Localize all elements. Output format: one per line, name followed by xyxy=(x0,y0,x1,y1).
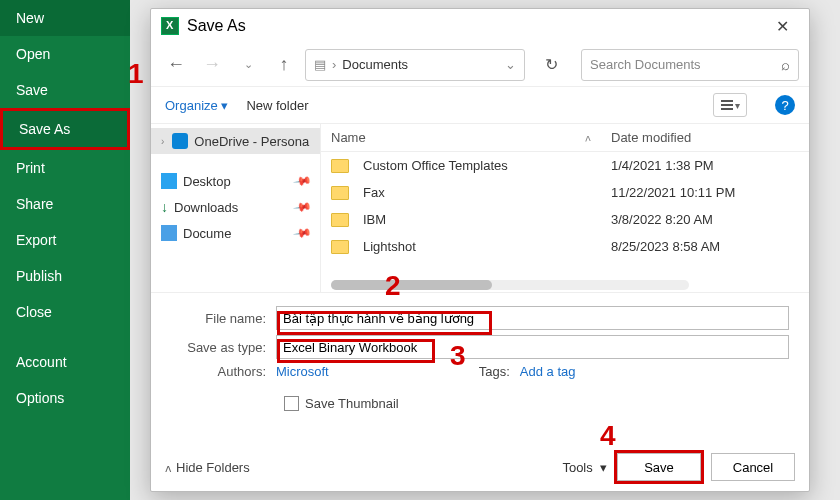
chevron-up-icon: ʌ xyxy=(165,462,172,474)
folder-tree: › OneDrive - Persona Desktop 📌 ↓ Downloa… xyxy=(151,124,321,292)
path-root-icon: ▤ xyxy=(314,57,326,72)
list-item[interactable]: Custom Office Templates 1/4/2021 1:38 PM xyxy=(321,152,809,179)
back-button[interactable]: ← xyxy=(161,50,191,80)
file-list: Name ʌ Date modified Custom Office Templ… xyxy=(321,124,809,292)
menu-print[interactable]: Print xyxy=(0,150,130,186)
save-thumbnail-checkbox[interactable] xyxy=(284,396,299,411)
new-folder-button[interactable]: New folder xyxy=(246,98,308,113)
documents-icon xyxy=(161,225,177,241)
col-date-header[interactable]: Date modified xyxy=(611,130,799,145)
menu-publish[interactable]: Publish xyxy=(0,258,130,294)
search-icon: ⌕ xyxy=(781,56,790,73)
dialog-title: Save As xyxy=(187,17,246,35)
forward-button[interactable]: → xyxy=(197,50,227,80)
tree-label: Desktop xyxy=(183,174,231,189)
chevron-down-icon: ▾ xyxy=(735,100,740,111)
menu-save[interactable]: Save xyxy=(0,72,130,108)
menu-open[interactable]: Open xyxy=(0,36,130,72)
folder-icon xyxy=(331,159,349,173)
col-name-header[interactable]: Name ʌ xyxy=(331,130,611,145)
save-type-row: Save as type: xyxy=(171,335,789,359)
save-type-select[interactable] xyxy=(276,335,789,359)
tree-desktop[interactable]: Desktop 📌 xyxy=(151,168,320,194)
address-bar[interactable]: ▤ › Documents ⌄ xyxy=(305,49,525,81)
desktop-icon xyxy=(161,173,177,189)
tools-dropdown[interactable]: Tools ▾ xyxy=(562,460,607,475)
tree-downloads[interactable]: ↓ Downloads 📌 xyxy=(151,194,320,220)
menu-options[interactable]: Options xyxy=(0,380,130,416)
save-thumbnail-label: Save Thumbnail xyxy=(305,396,399,411)
hide-folders-button[interactable]: ʌHide Folders xyxy=(165,460,250,475)
tree-label: Downloads xyxy=(174,200,238,215)
authors-label: Authors: xyxy=(171,364,276,379)
save-type-label: Save as type: xyxy=(171,340,276,355)
tags-label: Tags: xyxy=(479,364,510,379)
file-name-row: File name: xyxy=(171,306,789,330)
breadcrumb-sep-icon: › xyxy=(332,57,336,72)
list-item[interactable]: IBM 3/8/2022 8:20 AM xyxy=(321,206,809,233)
menu-share[interactable]: Share xyxy=(0,186,130,222)
search-box[interactable]: Search Documents ⌕ xyxy=(581,49,799,81)
callout-1: 1 xyxy=(128,58,144,90)
save-as-dialog: Save As ✕ ← → ⌄ ↑ ▤ › Documents ⌄ ↻ Sear… xyxy=(150,8,810,492)
file-name-input[interactable] xyxy=(276,306,789,330)
menu-account[interactable]: Account xyxy=(0,344,130,380)
pin-icon: 📌 xyxy=(292,197,312,217)
save-button[interactable]: Save xyxy=(617,453,701,481)
downloads-icon: ↓ xyxy=(161,199,168,215)
search-placeholder: Search Documents xyxy=(590,57,701,72)
organize-button[interactable]: Organize ▾ xyxy=(165,98,228,113)
authors-value[interactable]: Microsoft xyxy=(276,364,329,379)
onedrive-icon xyxy=(172,133,188,149)
up-button[interactable]: ↑ xyxy=(269,50,299,80)
nav-bar: ← → ⌄ ↑ ▤ › Documents ⌄ ↻ Search Documen… xyxy=(151,43,809,87)
view-button[interactable]: ▾ xyxy=(713,93,747,117)
form-area: File name: Save as type: Authors: Micros… xyxy=(151,293,809,417)
tree-label: Docume xyxy=(183,226,231,241)
chevron-right-icon: › xyxy=(161,136,164,147)
list-item[interactable]: Fax 11/22/2021 10:11 PM xyxy=(321,179,809,206)
save-thumbnail-row: Save Thumbnail xyxy=(171,384,789,417)
list-view-icon xyxy=(721,100,733,110)
menu-close[interactable]: Close xyxy=(0,294,130,330)
list-header: Name ʌ Date modified xyxy=(321,124,809,152)
toolbar: Organize ▾ New folder ▾ ? xyxy=(151,87,809,123)
pin-icon: 📌 xyxy=(292,223,312,243)
horizontal-scrollbar[interactable] xyxy=(331,280,689,290)
tree-documents[interactable]: Docume 📌 xyxy=(151,220,320,246)
file-name-label: File name: xyxy=(171,311,276,326)
path-dropdown-icon[interactable]: ⌄ xyxy=(505,57,516,72)
body-area: › OneDrive - Persona Desktop 📌 ↓ Downloa… xyxy=(151,123,809,293)
close-button[interactable]: ✕ xyxy=(765,12,799,40)
excel-icon xyxy=(161,17,179,35)
pin-icon: 📌 xyxy=(292,171,312,191)
tags-value[interactable]: Add a tag xyxy=(520,364,576,379)
dialog-footer: ʌHide Folders Tools ▾ Save Cancel xyxy=(165,453,795,481)
folder-icon xyxy=(331,240,349,254)
tree-label: OneDrive - Persona xyxy=(194,134,309,149)
help-button[interactable]: ? xyxy=(775,95,795,115)
folder-icon xyxy=(331,186,349,200)
menu-save-as[interactable]: Save As xyxy=(0,108,130,150)
breadcrumb-documents[interactable]: Documents xyxy=(342,57,408,72)
tree-onedrive[interactable]: › OneDrive - Persona xyxy=(151,128,320,154)
titlebar: Save As ✕ xyxy=(151,9,809,43)
refresh-button[interactable]: ↻ xyxy=(535,49,567,81)
meta-row: Authors: Microsoft Tags: Add a tag xyxy=(171,364,789,379)
recent-button[interactable]: ⌄ xyxy=(233,50,263,80)
list-item[interactable]: Lightshot 8/25/2023 8:58 AM xyxy=(321,233,809,260)
backstage-sidebar: New Open Save Save As Print Share Export… xyxy=(0,0,130,500)
sort-asc-icon: ʌ xyxy=(585,132,591,143)
cancel-button[interactable]: Cancel xyxy=(711,453,795,481)
folder-icon xyxy=(331,213,349,227)
menu-export[interactable]: Export xyxy=(0,222,130,258)
menu-new[interactable]: New xyxy=(0,0,130,36)
